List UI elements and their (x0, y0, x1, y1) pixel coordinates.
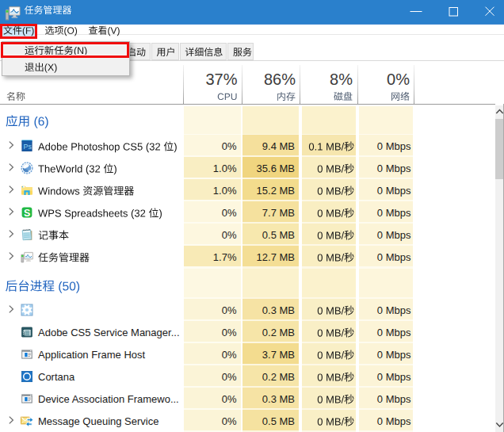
svg-text:S: S (24, 208, 30, 219)
svg-text:Ps: Ps (24, 143, 32, 151)
